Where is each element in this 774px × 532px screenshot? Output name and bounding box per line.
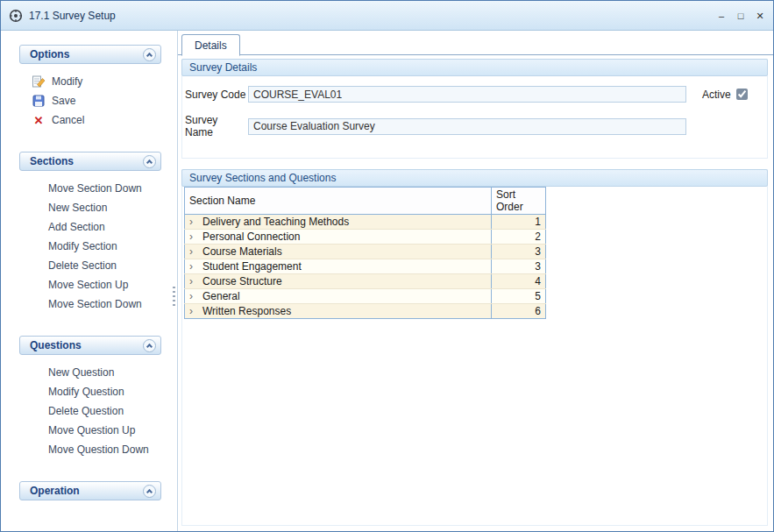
- row-expander-icon[interactable]: ›: [189, 231, 195, 243]
- window-title: 17.1 Survey Setup: [29, 10, 116, 22]
- survey-details-header: Survey Details: [181, 59, 768, 76]
- section-name: Personal Connection: [202, 231, 300, 243]
- section-name: Course Materials: [202, 245, 282, 258]
- sort-order-value: 1: [492, 215, 546, 230]
- row-expander-icon[interactable]: ›: [189, 216, 195, 228]
- tabstrip: Details: [178, 31, 773, 55]
- panel-title: Sections: [30, 155, 143, 167]
- sidebar-panel-operation: Operation: [19, 481, 161, 500]
- table-row[interactable]: ›Delivery and Teaching Methods 1: [185, 215, 546, 230]
- sidebar-item-label: Cancel: [52, 114, 84, 126]
- survey-setup-window: 17.1 Survey Setup – □ ✕ Options: [0, 0, 774, 532]
- sidebar-splitter[interactable]: [170, 31, 178, 531]
- table-row[interactable]: ›Course Materials 3: [185, 245, 546, 259]
- cancel-x-icon: ✕: [32, 113, 46, 127]
- sidebar-item-modify-section[interactable]: Modify Section: [48, 237, 161, 256]
- sidebar-item-label: Modify: [52, 75, 82, 88]
- sort-order-value: 3: [492, 259, 546, 274]
- survey-name-label: Survey Name: [185, 114, 248, 138]
- sidebar-item-move-question-down[interactable]: Move Question Down: [48, 440, 161, 459]
- panel-header-operation[interactable]: Operation: [19, 481, 161, 500]
- row-expander-icon[interactable]: ›: [189, 290, 195, 302]
- row-expander-icon[interactable]: ›: [189, 260, 195, 273]
- edit-pencil-icon: [32, 74, 46, 89]
- sidebar-item-cancel[interactable]: ✕ Cancel: [32, 110, 161, 130]
- panel-header-options[interactable]: Options: [19, 45, 161, 64]
- table-row[interactable]: ›General 5: [185, 289, 546, 304]
- tab-details[interactable]: Details: [181, 34, 240, 56]
- sidebar-panel-questions: Questions New Question Modify Question D…: [19, 336, 161, 460]
- sort-order-value: 6: [492, 304, 546, 319]
- table-row[interactable]: ›Student Engagement 3: [185, 259, 546, 274]
- sidebar-item-move-section-up[interactable]: Move Section Up: [48, 275, 161, 294]
- row-expander-icon[interactable]: ›: [189, 305, 195, 317]
- sidebar-item-move-question-up[interactable]: Move Question Up: [48, 421, 161, 440]
- sidebar-item-delete-section[interactable]: Delete Section: [48, 256, 161, 275]
- survey-code-label: Survey Code: [185, 89, 248, 101]
- sort-order-value: 4: [492, 274, 546, 289]
- sort-order-value: 2: [492, 230, 546, 245]
- row-expander-icon[interactable]: ›: [189, 245, 195, 258]
- sidebar-item-move-section-down-bottom[interactable]: Move Section Down: [48, 294, 161, 314]
- sidebar: Options Modify: [1, 31, 170, 531]
- main-area: Details Survey Details Survey Code Activ…: [178, 31, 773, 531]
- sections-questions-group: Survey Sections and Questions Section Na…: [181, 169, 768, 526]
- survey-details-group: Survey Details Survey Code Active Survey…: [181, 59, 768, 159]
- panel-header-sections[interactable]: Sections: [19, 152, 161, 171]
- section-name: Delivery and Teaching Methods: [202, 216, 349, 228]
- collapse-chevron-icon[interactable]: [143, 339, 156, 352]
- collapse-chevron-icon[interactable]: [143, 485, 156, 498]
- panel-title: Options: [30, 48, 143, 60]
- panel-title: Questions: [30, 339, 143, 351]
- sidebar-item-label: Save: [52, 95, 75, 107]
- maximize-button[interactable]: □: [731, 8, 750, 24]
- panel-header-questions[interactable]: Questions: [19, 336, 161, 355]
- sidebar-item-new-section[interactable]: New Section: [48, 198, 161, 217]
- panel-title: Operation: [30, 485, 143, 497]
- save-disk-icon: [32, 94, 46, 108]
- collapse-chevron-icon[interactable]: [143, 48, 156, 61]
- survey-code-input[interactable]: [248, 86, 686, 103]
- app-icon: [9, 9, 23, 23]
- minimize-button[interactable]: –: [712, 8, 731, 24]
- section-name: Course Structure: [202, 275, 282, 287]
- sidebar-item-new-question[interactable]: New Question: [48, 363, 161, 382]
- section-name: General: [202, 290, 240, 302]
- table-row[interactable]: ›Course Structure 4: [185, 274, 546, 289]
- sort-order-value: 3: [492, 245, 546, 259]
- sidebar-item-modify-question[interactable]: Modify Question: [48, 382, 161, 401]
- close-button[interactable]: ✕: [750, 8, 770, 24]
- titlebar: 17.1 Survey Setup – □ ✕: [1, 1, 773, 31]
- active-checkbox[interactable]: [736, 89, 748, 100]
- sidebar-panel-sections: Sections Move Section Down New Section A…: [19, 152, 161, 315]
- table-row[interactable]: ›Personal Connection 2: [185, 230, 546, 245]
- sidebar-item-add-section[interactable]: Add Section: [48, 217, 161, 237]
- sections-grid: Section Name Sort Order ›Delivery and Te…: [184, 187, 546, 319]
- table-row[interactable]: ›Written Responses 6: [185, 304, 546, 319]
- collapse-chevron-icon[interactable]: [143, 155, 156, 168]
- sidebar-item-modify[interactable]: Modify: [32, 72, 161, 91]
- sort-order-value: 5: [492, 289, 546, 304]
- column-header-section-name[interactable]: Section Name: [185, 188, 492, 215]
- sidebar-panel-options: Options Modify: [19, 45, 161, 131]
- sidebar-item-delete-question[interactable]: Delete Question: [48, 401, 161, 421]
- row-expander-icon[interactable]: ›: [189, 275, 195, 287]
- active-label: Active: [702, 89, 731, 101]
- section-name: Student Engagement: [202, 260, 302, 273]
- sidebar-item-save[interactable]: Save: [32, 91, 161, 110]
- column-header-sort-order[interactable]: Sort Order: [492, 188, 546, 215]
- survey-name-input[interactable]: [248, 118, 686, 135]
- sidebar-item-move-section-down-top[interactable]: Move Section Down: [48, 179, 161, 198]
- splitter-grip-icon: [173, 287, 175, 308]
- sections-questions-header: Survey Sections and Questions: [181, 169, 768, 187]
- section-name: Written Responses: [202, 305, 291, 317]
